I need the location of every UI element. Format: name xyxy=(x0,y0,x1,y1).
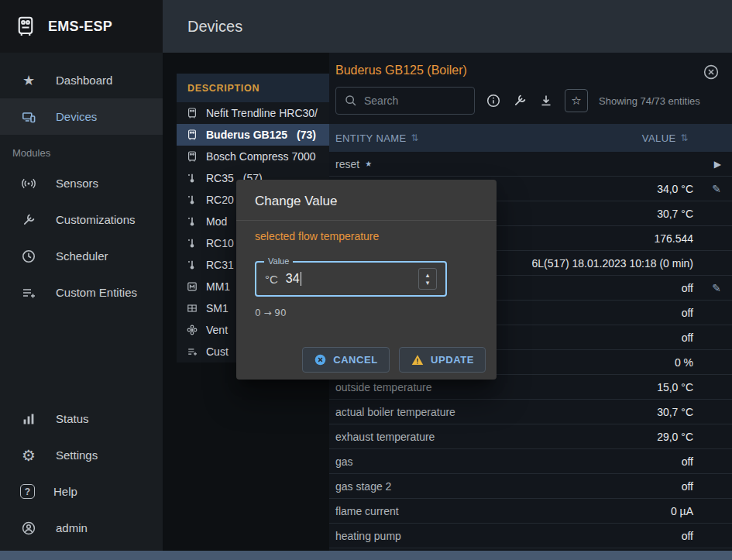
sidebar-item-label: Customizations xyxy=(56,213,136,226)
sort-icon[interactable]: ⇅ xyxy=(411,132,419,143)
sidebar-item-label: Scheduler xyxy=(56,249,108,263)
edit-pencil-icon[interactable]: ✎ xyxy=(712,183,721,195)
sidebar-item-customizations[interactable]: Customizations xyxy=(0,201,163,238)
sidebar-item-label: Status xyxy=(56,412,89,425)
cancel-button[interactable]: CANCEL xyxy=(302,347,390,373)
close-icon[interactable] xyxy=(703,64,720,81)
star-icon: ★ xyxy=(20,72,37,89)
boiler-icon xyxy=(186,149,198,163)
mixer-module-icon xyxy=(186,280,198,294)
entity-row[interactable]: gas stage 2 off xyxy=(329,474,732,499)
entity-row[interactable]: exhaust temperature 29,0 °C xyxy=(329,424,732,449)
help-icon: ? xyxy=(20,484,35,499)
bottom-edge-strip xyxy=(0,551,732,560)
entities-count: Showing 74/73 entities xyxy=(599,95,700,107)
sidebar-item-settings[interactable]: ⚙ Settings xyxy=(0,437,163,473)
modules-section-label: Modules xyxy=(0,135,163,165)
cancel-icon xyxy=(314,353,327,366)
thermostat-icon xyxy=(186,258,198,272)
cancel-label: CANCEL xyxy=(333,354,378,366)
sidebar: ★ Dashboard Devices Modules Sensors xyxy=(0,53,163,551)
custom-entities-icon xyxy=(186,345,198,359)
page-title: Devices xyxy=(163,0,732,53)
favorites-filter-button[interactable]: ☆ xyxy=(565,89,588,112)
number-stepper[interactable]: ▴ ▾ xyxy=(418,268,437,290)
dialog-entity-name: selected flow temperature xyxy=(255,230,478,242)
value-range-hint: 0 → 90 xyxy=(255,307,478,318)
sidebar-item-devices[interactable]: Devices xyxy=(0,98,163,135)
entity-table-header: ENTITY NAME ⇅ VALUE ⇅ xyxy=(329,124,732,152)
top-app-bar: Devices xyxy=(163,0,732,53)
thermostat-icon xyxy=(186,215,198,228)
sidebar-item-scheduler[interactable]: Scheduler xyxy=(0,238,163,274)
star-outline-icon: ☆ xyxy=(571,94,581,108)
dialog-title: Change Value xyxy=(236,180,497,221)
ems-esp-app: EMS-ESP Devices ★ Dashboard Devices Modu… xyxy=(0,0,732,560)
run-command-icon[interactable]: ▶ xyxy=(714,159,721,170)
warning-icon xyxy=(411,353,424,366)
devices-icon xyxy=(20,108,37,125)
boiler-icon xyxy=(186,128,198,142)
boiler-icon xyxy=(186,106,198,120)
entity-row[interactable]: gas off xyxy=(329,449,732,474)
value-input-label: Value xyxy=(264,256,293,266)
sidebar-item-label: admin xyxy=(56,521,88,534)
sidebar-item-help[interactable]: ? Help xyxy=(0,473,163,510)
download-icon[interactable] xyxy=(538,93,554,108)
text-caret xyxy=(301,272,301,286)
value-input[interactable]: Value °C 34 ▴ ▾ xyxy=(255,261,447,297)
info-icon[interactable] xyxy=(486,93,501,108)
sidebar-item-label: Dashboard xyxy=(56,74,112,87)
update-label: UPDATE xyxy=(431,354,474,366)
entity-row[interactable]: reset ★ ▶ xyxy=(329,152,732,177)
app-logo: EMS-ESP xyxy=(0,0,163,53)
entity-row[interactable]: heating pump off xyxy=(329,524,732,548)
maintenance-wrench-icon[interactable] xyxy=(512,93,528,108)
sidebar-footer: Status ⚙ Settings ? Help admin xyxy=(0,400,163,546)
edit-pencil-icon[interactable]: ✎ xyxy=(712,282,721,294)
sidebar-item-custom-entities[interactable]: Custom Entities xyxy=(0,274,163,311)
sidebar-item-label: Help xyxy=(53,485,77,498)
app-title: EMS-ESP xyxy=(48,19,112,35)
device-entity-count: (73) xyxy=(297,129,316,141)
thermostat-icon xyxy=(186,236,198,250)
entity-toolbar: ☆ Showing 74/73 entities xyxy=(335,87,726,115)
bar-chart-icon xyxy=(20,411,37,428)
change-value-dialog: Change Value selected flow temperature V… xyxy=(236,180,497,380)
value-text: 34 xyxy=(286,272,300,286)
sidebar-item-label: Settings xyxy=(56,448,98,462)
search-input[interactable] xyxy=(364,94,457,107)
favorite-star-icon: ★ xyxy=(365,160,372,168)
sort-icon[interactable]: ⇅ xyxy=(681,132,689,143)
search-icon xyxy=(344,94,358,108)
fan-icon xyxy=(186,323,198,337)
entity-row[interactable]: flame current 0 µA xyxy=(329,499,732,524)
col-value: VALUE xyxy=(642,132,676,144)
sidebar-item-status[interactable]: Status xyxy=(0,400,163,437)
boiler-logo-icon xyxy=(14,15,37,38)
thermostat-icon xyxy=(186,193,198,207)
sidebar-item-sensors[interactable]: Sensors xyxy=(0,165,163,201)
value-unit: °C xyxy=(265,273,278,286)
sidebar-item-dashboard[interactable]: ★ Dashboard xyxy=(0,62,163,98)
dialog-actions: CANCEL UPDATE xyxy=(302,347,486,373)
antenna-icon xyxy=(20,175,37,192)
wrench-icon xyxy=(20,211,37,228)
gear-icon: ⚙ xyxy=(20,447,37,464)
panel-title: Buderus GB125 (Boiler) xyxy=(335,64,467,77)
update-button[interactable]: UPDATE xyxy=(399,347,486,373)
clock-icon xyxy=(20,248,37,265)
sidebar-item-label: Devices xyxy=(56,110,97,123)
col-entity-name: ENTITY NAME xyxy=(335,132,407,144)
stepper-up-icon[interactable]: ▴ xyxy=(426,271,430,279)
entity-row[interactable]: actual boiler temperature 30,7 °C xyxy=(329,400,732,424)
sidebar-item-admin[interactable]: admin xyxy=(0,510,163,546)
playlist-add-icon xyxy=(20,284,37,301)
thermostat-icon xyxy=(186,171,198,185)
search-box[interactable] xyxy=(335,87,475,115)
sidebar-item-label: Sensors xyxy=(56,177,98,190)
sidebar-item-label: Custom Entities xyxy=(56,286,137,299)
person-icon xyxy=(20,520,37,537)
stepper-down-icon[interactable]: ▾ xyxy=(426,279,430,287)
solar-module-icon xyxy=(186,301,198,315)
